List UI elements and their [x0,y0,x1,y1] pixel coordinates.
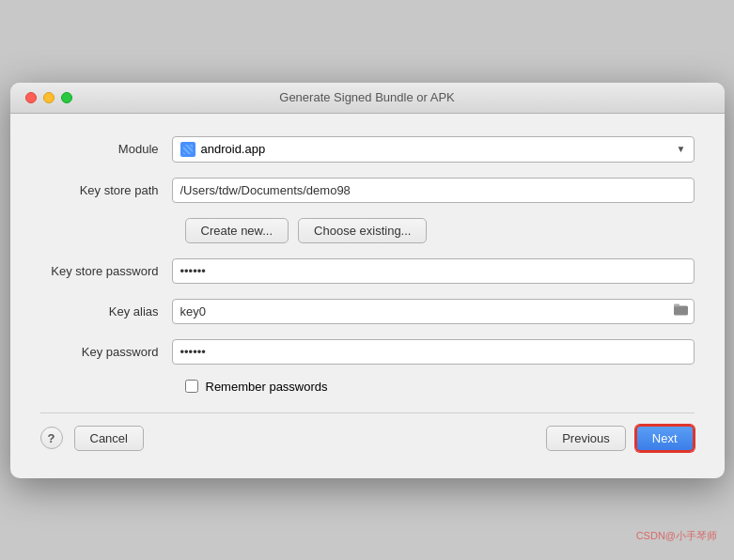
watermark: CSDN@小手琴师 [636,529,717,543]
key-password-label: Key password [40,345,172,359]
keystore-buttons-row: Create new... Choose existing... [40,218,695,243]
module-select-left: android.app [180,142,266,157]
key-store-path-input[interactable] [172,178,695,203]
footer-right: Previous Next [546,425,694,452]
key-alias-label: Key alias [40,304,172,319]
next-button[interactable]: Next [635,425,695,452]
module-dropdown[interactable]: android.app ▼ [172,136,695,163]
title-bar: Generate Signed Bundle or APK [10,83,725,114]
remember-passwords-label: Remember passwords [206,380,328,394]
module-label: Module [40,142,172,156]
remember-passwords-checkbox[interactable] [185,380,198,393]
key-store-path-label: Key store path [40,183,172,197]
svg-rect-0 [674,306,688,316]
maximize-button[interactable] [61,92,72,103]
minimize-button[interactable] [43,92,55,103]
remember-passwords-row: Remember passwords [40,380,695,394]
chevron-down-icon: ▼ [677,144,686,154]
key-password-row: Key password [40,339,695,365]
cancel-button[interactable]: Cancel [74,426,144,451]
key-store-password-field [172,258,695,284]
key-store-password-input[interactable] [172,258,695,284]
window-title: Generate Signed Bundle or APK [279,90,454,104]
close-button[interactable] [25,92,37,103]
key-password-input[interactable] [172,339,695,365]
module-value: android.app [201,142,266,156]
create-new-button[interactable]: Create new... [185,218,289,243]
key-store-password-label: Key store password [40,264,172,278]
key-alias-field [172,299,695,324]
svg-rect-1 [674,304,679,307]
help-button[interactable]: ? [40,427,63,449]
footer-row: ? Cancel Previous Next [40,412,695,456]
key-store-password-row: Key store password [40,258,695,284]
key-store-path-field [172,178,695,203]
footer-left: ? Cancel [40,426,144,451]
module-icon [180,142,195,157]
previous-button[interactable]: Previous [546,426,626,451]
main-dialog: Generate Signed Bundle or APK Module and… [10,83,725,478]
key-alias-row: Key alias [40,299,695,324]
module-row: Module android.app ▼ [40,136,695,163]
key-alias-input[interactable] [172,299,695,324]
traffic-lights [25,92,72,103]
choose-existing-button[interactable]: Choose existing... [298,218,427,243]
module-select-field: android.app ▼ [172,136,695,163]
key-alias-browse-icon[interactable] [674,303,689,319]
key-password-field [172,339,695,365]
dialog-body: Module android.app ▼ Key store path Crea… [10,114,725,478]
key-store-path-row: Key store path [40,178,695,203]
